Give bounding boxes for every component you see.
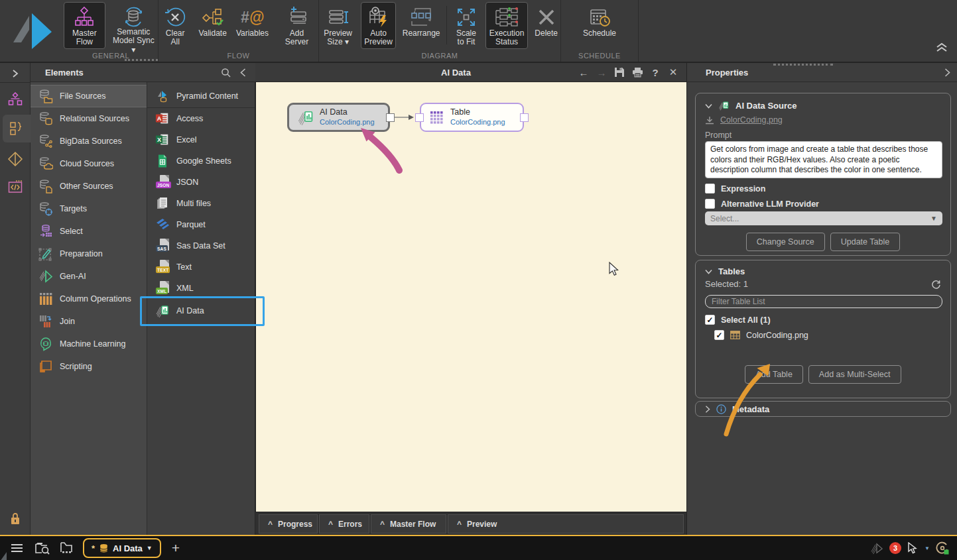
download-icon[interactable] xyxy=(705,116,714,125)
variables-button[interactable]: #@ Variables xyxy=(233,2,271,49)
add-table-button[interactable]: Add Table xyxy=(745,365,802,384)
document-tab-ai-data[interactable]: * AI Data ▼ xyxy=(83,538,161,558)
item-pyramid-content[interactable]: Pyramid Content xyxy=(147,85,255,108)
excel-icon: X xyxy=(155,133,170,147)
item-parquet[interactable]: Parquet xyxy=(147,214,255,235)
expression-checkbox[interactable] xyxy=(705,184,715,194)
item-multi-files[interactable]: Multi files xyxy=(147,193,255,214)
pyramid-logo[interactable] xyxy=(7,8,56,53)
lock-button[interactable] xyxy=(0,512,31,526)
auto-preview-button[interactable]: Auto Preview xyxy=(361,2,395,49)
scale-to-fit-button[interactable]: Scale to Fit xyxy=(451,2,481,49)
resize-handle[interactable] xyxy=(773,64,833,66)
select-area-button[interactable] xyxy=(59,542,74,555)
category-select[interactable]: Select xyxy=(31,220,147,243)
close-button[interactable]: ✕ xyxy=(667,66,680,79)
add-server-button[interactable]: Add Server xyxy=(275,2,318,49)
source-file-link[interactable]: ColorCoding.png xyxy=(720,115,783,125)
rearrange-button[interactable]: Rearrange xyxy=(400,2,443,49)
menu-button[interactable] xyxy=(11,543,23,553)
chevron-down-icon[interactable]: ▼ xyxy=(925,545,930,551)
canvas-title: AI Data xyxy=(255,68,577,78)
rail-model-button[interactable] xyxy=(0,148,31,170)
redo-button[interactable]: → xyxy=(595,66,608,79)
category-scripting[interactable]: Scripting xyxy=(31,355,147,378)
add-multi-select-button[interactable]: Add as Multi-Select xyxy=(808,365,901,384)
save-button[interactable] xyxy=(613,66,626,79)
category-targets[interactable]: Targets xyxy=(31,197,147,220)
category-join[interactable]: Join xyxy=(31,310,147,333)
resize-handle[interactable] xyxy=(125,59,158,61)
node-input-port[interactable] xyxy=(415,113,424,122)
properties-collapse-button[interactable] xyxy=(944,68,950,77)
item-google-sheets[interactable]: Google Sheets xyxy=(147,150,255,172)
table-icon xyxy=(730,331,740,339)
rail-expand-button[interactable] xyxy=(0,64,31,83)
connection-status-icon[interactable] xyxy=(936,541,949,555)
notification-badge[interactable]: 3 xyxy=(889,542,901,554)
item-sas-data-set[interactable]: SAS Sas Data Set xyxy=(147,235,255,256)
svg-text:A: A xyxy=(157,115,162,122)
pointer-icon[interactable] xyxy=(907,542,919,554)
rail-data-flow-button[interactable] xyxy=(3,115,31,142)
category-preparation[interactable]: Preparation xyxy=(31,243,147,265)
select-all-checkbox[interactable] xyxy=(705,315,715,325)
item-json[interactable]: JSON JSON xyxy=(147,172,255,193)
llm-provider-select[interactable]: Select... ▼ xyxy=(705,211,942,225)
master-flow-button[interactable]: Master Flow xyxy=(64,2,105,49)
tab-master-flow[interactable]: ^ Master Flow xyxy=(371,514,446,533)
tab-progress[interactable]: ^ Progress xyxy=(259,514,318,533)
tab-errors[interactable]: ^ Errors xyxy=(319,514,369,533)
print-button[interactable] xyxy=(631,66,644,79)
open-content-button[interactable] xyxy=(35,542,50,555)
preview-size-button[interactable]: Preview Size ▾ xyxy=(319,2,357,49)
metadata-section[interactable]: Metadata xyxy=(695,401,951,417)
category-machine-learning[interactable]: Machine Learning xyxy=(31,333,147,355)
rail-master-flow-button[interactable] xyxy=(0,88,31,111)
ribbon-collapse-button[interactable] xyxy=(934,41,949,53)
node-output-port[interactable] xyxy=(520,113,529,122)
update-table-button[interactable]: Update Table xyxy=(830,233,900,251)
elements-panel-header: Elements xyxy=(31,63,255,82)
node-ai-data[interactable]: AI Data ColorCoding.png xyxy=(287,103,390,132)
item-text[interactable]: TEXT Text xyxy=(147,256,255,278)
item-ai-data[interactable]: AI Data xyxy=(147,299,255,323)
item-access[interactable]: A Access xyxy=(147,108,255,129)
prompt-textarea[interactable]: Get colors from image and create a table… xyxy=(705,141,942,178)
item-xml[interactable]: XML XML xyxy=(147,278,255,299)
rail-script-button[interactable] xyxy=(0,176,31,198)
filter-table-input[interactable] xyxy=(705,295,942,308)
chevron-down-icon[interactable] xyxy=(705,103,712,109)
item-excel[interactable]: X Excel xyxy=(147,129,255,150)
help-button[interactable]: ? xyxy=(649,66,662,79)
elements-collapse-button[interactable] xyxy=(234,68,251,77)
category-relational-sources[interactable]: Relational Sources xyxy=(31,107,147,130)
clear-all-button[interactable]: Clear All xyxy=(159,2,192,49)
elements-search-button[interactable] xyxy=(217,68,234,78)
category-bigdata-sources[interactable]: BigData Sources xyxy=(31,130,147,152)
node-table[interactable]: Table ColorCoding.png xyxy=(420,103,524,132)
alternative-llm-checkbox[interactable] xyxy=(705,199,715,209)
refresh-icon[interactable] xyxy=(931,279,941,289)
node-output-port[interactable] xyxy=(386,113,395,122)
undo-button[interactable]: ← xyxy=(577,66,590,79)
pyramid-status-icon xyxy=(870,542,883,554)
category-file-sources[interactable]: File Sources xyxy=(31,85,147,107)
schedule-button[interactable]: Schedule xyxy=(580,2,619,49)
category-other-sources[interactable]: Other Sources xyxy=(31,175,147,197)
category-cloud-sources[interactable]: Cloud Sources xyxy=(31,152,147,175)
chevron-up-icon: ^ xyxy=(380,520,385,529)
table-item-checkbox[interactable] xyxy=(714,330,724,340)
validate-button[interactable]: Validate xyxy=(196,2,229,49)
tab-preview[interactable]: ^ Preview xyxy=(448,514,684,533)
semantic-model-sync-button[interactable]: Semantic Model Sync ▾ xyxy=(109,2,158,49)
execution-status-button[interactable]: Execution Status xyxy=(485,2,529,49)
new-tab-button[interactable]: + xyxy=(172,540,180,556)
rearrange-icon xyxy=(410,5,432,29)
category-gen-ai[interactable]: Gen-AI xyxy=(31,265,147,288)
delete-button[interactable]: Delete xyxy=(532,2,560,49)
flow-canvas[interactable]: AI Data ColorCoding.png Table ColorCo xyxy=(255,82,686,512)
change-source-button[interactable]: Change Source xyxy=(746,233,825,251)
chevron-down-icon[interactable] xyxy=(705,269,712,274)
category-column-operations[interactable]: Column Operations xyxy=(31,288,147,310)
